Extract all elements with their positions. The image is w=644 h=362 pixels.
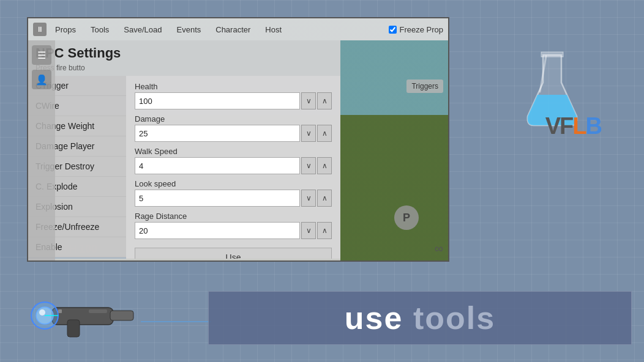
health-input[interactable] (135, 92, 300, 109)
pause-button[interactable]: ⏸ (33, 23, 47, 36)
portalgun-svg (15, 286, 138, 347)
look-speed-row: ∨ ∧ (135, 190, 332, 207)
health-up-btn[interactable]: ∧ (317, 92, 332, 109)
walk-speed-input[interactable] (135, 157, 300, 174)
portalgun-area (15, 286, 138, 350)
look-speed-input[interactable] (135, 190, 300, 207)
svg-rect-5 (110, 311, 133, 320)
damage-field-group: Damage ∨ ∧ (135, 114, 332, 142)
rage-distance-label: Rage Distance (135, 212, 332, 221)
player-icon[interactable]: 👤 (32, 70, 51, 89)
use-text: use (345, 300, 403, 336)
look-speed-down-btn[interactable]: ∨ (301, 190, 316, 207)
look-speed-field-group: Look speed ∨ ∧ (135, 179, 332, 207)
sidebar-icons: ☰ 👤 (28, 40, 55, 262)
tools-text: tools (413, 300, 495, 336)
npc-panel: NPC Settings Press fire butto CTrigger C… (28, 40, 340, 262)
p-button[interactable]: P (394, 205, 419, 230)
rage-distance-up-btn[interactable]: ∧ (317, 222, 332, 239)
vflb-logo: VFLB (545, 113, 601, 139)
health-field-group: Health ∨ ∧ (135, 82, 332, 109)
triggers-button[interactable]: Triggers (406, 79, 443, 93)
health-row: ∨ ∧ (135, 92, 332, 109)
look-speed-up-btn[interactable]: ∧ (317, 190, 332, 207)
banner-text: use tools (345, 300, 495, 336)
tab-props[interactable]: Props (49, 23, 82, 37)
npc-settings-panel: Health ∨ ∧ Damage ∨ ∧ Wa (126, 76, 340, 259)
svg-rect-1 (541, 52, 563, 57)
walk-speed-field-group: Walk Speed ∨ ∧ (135, 147, 332, 174)
rage-distance-down-btn[interactable]: ∨ (301, 222, 316, 239)
rage-distance-row: ∨ ∧ (135, 222, 332, 239)
tab-saveload[interactable]: Save/Load (118, 23, 168, 37)
look-speed-label: Look speed (135, 179, 332, 188)
damage-row: ∨ ∧ (135, 125, 332, 142)
svg-point-8 (39, 309, 45, 316)
tab-events[interactable]: Events (171, 23, 208, 37)
bottom-banner: use tools (208, 291, 632, 345)
health-label: Health (135, 82, 332, 91)
walk-speed-down-btn[interactable]: ∨ (301, 157, 316, 174)
tab-host[interactable]: Host (259, 23, 288, 37)
health-down-btn[interactable]: ∨ (301, 92, 316, 109)
game-window: ⏸ Props Tools Save/Load Events Character… (27, 17, 449, 262)
infinity-symbol: ∞ (435, 242, 443, 256)
menu-icon[interactable]: ☰ (32, 45, 51, 65)
npc-title: NPC Settings (28, 40, 340, 64)
freeze-prop-checkbox[interactable] (389, 26, 397, 34)
svg-rect-11 (89, 309, 107, 313)
walk-speed-up-btn[interactable]: ∧ (317, 157, 332, 174)
npc-subtitle: Press fire butto (28, 64, 340, 76)
damage-label: Damage (135, 114, 332, 124)
rage-distance-input[interactable] (135, 222, 300, 239)
rage-distance-field-group: Rage Distance ∨ ∧ (135, 212, 332, 239)
damage-input[interactable] (135, 125, 300, 142)
svg-rect-10 (58, 309, 62, 313)
svg-rect-4 (67, 320, 80, 337)
walk-speed-label: Walk Speed (135, 147, 332, 156)
freeze-prop-label: Freeze Prop (399, 25, 443, 34)
pause-icon: ⏸ (36, 25, 43, 34)
tab-tools[interactable]: Tools (84, 23, 115, 37)
logo-b: B (586, 113, 601, 139)
npc-body: CTrigger CWire Change Weight Damage Play… (28, 76, 340, 259)
damage-up-btn[interactable]: ∧ (317, 125, 332, 142)
damage-down-btn[interactable]: ∨ (301, 125, 316, 142)
tab-character[interactable]: Character (209, 23, 256, 37)
walk-speed-row: ∨ ∧ (135, 157, 332, 174)
freeze-prop-container: Freeze Prop (389, 25, 443, 34)
logo-v: V (545, 113, 560, 139)
logo-l: L (572, 113, 585, 139)
use-button[interactable]: Use (135, 248, 332, 259)
connector-line (141, 321, 211, 322)
menu-bar: ⏸ Props Tools Save/Load Events Character… (28, 18, 448, 40)
logo-f: F (560, 113, 572, 139)
